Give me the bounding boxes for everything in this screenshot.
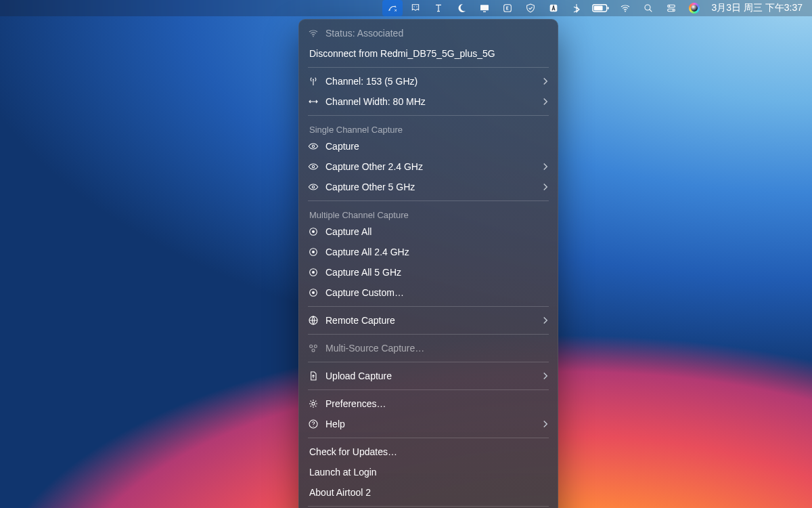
capture-item[interactable]: Capture: [298, 136, 558, 156]
svg-point-3: [417, 6, 418, 7]
menubar: 3月3日 周三 下午3:37: [0, 0, 812, 16]
svg-rect-14: [668, 9, 675, 11]
svg-point-11: [645, 5, 650, 10]
chevron-right-icon: [542, 77, 549, 85]
multi-channel-header: Multiple Channel Capture: [298, 205, 558, 221]
display-icon[interactable]: [474, 0, 495, 16]
chevron-right-icon: [542, 183, 549, 191]
record-icon: [308, 287, 319, 298]
desktop: 3月3日 周三 下午3:37 Status: Associated Discon…: [0, 0, 812, 508]
upload-icon: [308, 371, 319, 381]
record-icon: [308, 247, 319, 257]
width-icon: [308, 96, 319, 107]
multi-source-item: Multi-Source Capture…: [298, 338, 558, 358]
capture-all-5-item[interactable]: Capture All 5 GHz: [298, 262, 558, 282]
svg-rect-9: [608, 7, 609, 9]
svg-point-15: [673, 9, 674, 11]
svg-point-19: [312, 165, 314, 167]
svg-point-17: [313, 79, 314, 80]
chevron-right-icon: [542, 420, 549, 428]
airtool-menu: Status: Associated Disconnect from Redmi…: [298, 19, 558, 508]
preferences-item[interactable]: Preferences…: [298, 394, 558, 414]
moon-icon[interactable]: [451, 0, 472, 16]
capture-all-24-item[interactable]: Capture All 2.4 GHz: [298, 242, 558, 262]
menubar-clock[interactable]: 3月3日 周三 下午3:37: [707, 0, 805, 16]
eye-icon: [308, 161, 319, 172]
divider: [308, 438, 549, 438]
upload-capture-item[interactable]: Upload Capture: [298, 366, 558, 386]
globe-icon: [308, 315, 319, 326]
eye-icon: [308, 182, 319, 192]
battery-icon[interactable]: [589, 0, 612, 16]
text-tool-icon[interactable]: [428, 0, 449, 16]
divider: [308, 389, 549, 390]
status-label: Status: Associated: [325, 28, 549, 39]
about-item[interactable]: About Airtool 2: [298, 482, 558, 503]
siri-icon[interactable]: [684, 0, 704, 16]
launch-login-item[interactable]: Launch at Login: [298, 462, 558, 482]
svg-point-22: [312, 230, 315, 233]
svg-rect-4: [480, 5, 489, 10]
svg-point-26: [312, 271, 315, 274]
eye-icon: [308, 141, 319, 152]
divider: [308, 67, 549, 68]
svg-point-10: [625, 11, 627, 12]
shield-ghost-icon[interactable]: [405, 0, 426, 16]
capture-other-24-item[interactable]: Capture Other 2.4 GHz: [298, 156, 558, 177]
input-a-icon[interactable]: [543, 0, 564, 16]
app-e-icon[interactable]: [497, 0, 518, 16]
svg-point-2: [414, 6, 415, 7]
single-channel-header: Single Channel Capture: [298, 119, 558, 136]
capture-custom-item[interactable]: Capture Custom…: [298, 282, 558, 303]
svg-point-0: [390, 9, 391, 11]
chevron-right-icon: [542, 163, 549, 171]
svg-rect-8: [594, 6, 603, 11]
wifi-icon[interactable]: [615, 0, 635, 16]
svg-point-24: [312, 251, 315, 253]
airtool-menubar-icon[interactable]: [382, 0, 403, 16]
chevron-right-icon: [542, 372, 549, 380]
control-center-icon[interactable]: [661, 0, 681, 16]
svg-point-33: [312, 402, 315, 405]
spotlight-icon[interactable]: [638, 0, 658, 16]
disconnect-item[interactable]: Disconnect from Redmi_DB75_5G_plus_5G: [298, 43, 558, 64]
chevron-right-icon: [542, 316, 549, 324]
divider: [308, 506, 549, 507]
gear-icon: [308, 398, 319, 409]
svg-point-18: [312, 145, 314, 147]
svg-point-35: [313, 426, 313, 427]
record-icon: [308, 267, 319, 278]
shield-check-icon[interactable]: [520, 0, 541, 16]
divider: [308, 115, 549, 116]
svg-point-32: [312, 349, 315, 352]
svg-point-16: [313, 36, 314, 37]
help-icon: [308, 419, 319, 429]
svg-point-1: [395, 6, 397, 7]
channel-width-item[interactable]: Channel Width: 80 MHz: [298, 91, 558, 112]
remote-capture-item[interactable]: Remote Capture: [298, 310, 558, 331]
svg-point-28: [312, 291, 315, 294]
svg-point-30: [310, 345, 313, 347]
wifi-icon: [308, 28, 319, 39]
svg-point-31: [314, 345, 317, 347]
chevron-right-icon: [542, 98, 549, 106]
svg-point-13: [669, 5, 671, 7]
sources-icon: [308, 343, 319, 354]
svg-rect-12: [668, 5, 675, 7]
divider: [308, 306, 549, 307]
divider: [308, 334, 549, 335]
channel-item[interactable]: Channel: 153 (5 GHz): [298, 71, 558, 91]
antenna-icon: [308, 76, 319, 87]
divider: [308, 200, 549, 201]
check-updates-item[interactable]: Check for Updates…: [298, 442, 558, 462]
record-icon: [308, 226, 319, 237]
divider: [308, 362, 549, 362]
help-item[interactable]: Help: [298, 414, 558, 434]
bluetooth-icon[interactable]: [566, 0, 587, 16]
svg-point-20: [312, 186, 314, 188]
wifi-status-row: Status: Associated: [298, 23, 558, 43]
capture-all-item[interactable]: Capture All: [298, 221, 558, 242]
capture-other-5-item[interactable]: Capture Other 5 GHz: [298, 177, 558, 197]
